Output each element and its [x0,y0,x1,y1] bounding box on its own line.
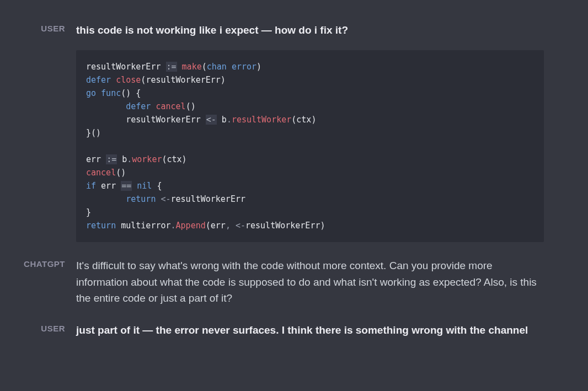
message-row-user-1: USER this code is not working like i exp… [0,22,544,242]
code-token [132,181,137,191]
code-token: resultWorkerErr [245,221,320,231]
code-token: return [86,221,116,231]
code-token: () [116,168,126,178]
code-token: := [166,62,177,72]
code-token: resultWorkerErr [171,194,245,204]
message-text: just part of it — the error never surfac… [76,322,544,338]
code-token: := [106,154,117,164]
speaker-label: CHATGPT [0,258,65,269]
code-token: ) [182,154,187,164]
code-token: <- [206,115,217,125]
message-text: It's difficult to say what's wrong with … [76,258,544,306]
code-token: multierror [116,221,170,231]
message-row-user-2: USER just part of it — the error never s… [0,322,544,338]
code-token: if [86,181,96,191]
code-token [86,101,126,111]
code-token: err [86,154,106,164]
code-token: b [117,154,127,164]
code-token: ctx [167,154,182,164]
code-token: <- [236,221,245,231]
code-token: () { [121,88,141,98]
code-token: resultWorkerErr [146,75,220,85]
code-token: defer [126,101,151,111]
code-token: return [126,194,156,204]
code-token: resultWorkerErr [86,62,166,72]
code-token [227,62,232,72]
code-token: nil [137,181,152,191]
code-token: == [121,181,132,191]
code-token: <- [161,194,170,204]
code-token: func [101,88,121,98]
message-content: It's difficult to say what's wrong with … [65,258,544,306]
code-token [86,194,126,204]
code-token [177,62,182,72]
code-token: err [96,181,121,191]
speaker-label: USER [0,22,65,33]
code-token: ) [311,115,316,125]
code-token: { [152,181,162,191]
code-block[interactable]: resultWorkerErr := make(chan error) defe… [76,50,544,242]
code-token: . [227,115,232,125]
code-token: . [171,221,176,231]
code-token: . [127,154,132,164]
code-token: , [226,221,231,231]
code-token: } [86,207,91,217]
code-token: () [186,101,196,111]
code-token: ( [206,221,211,231]
code-token: Append [176,221,206,231]
code-token: b [217,115,227,125]
code-token: defer [86,75,111,85]
code-token [96,88,101,98]
code-token: resultWorker [232,115,291,125]
code-token: make [182,62,202,72]
code-token: ctx [296,115,311,125]
code-token: }() [86,128,101,138]
code-token: err [211,221,226,231]
code-token: ( [291,115,296,125]
code-token: chan [207,62,227,72]
code-token [111,75,116,85]
code-token: worker [132,154,162,164]
message-row-assistant-1: CHATGPT It's difficult to say what's wro… [0,258,544,306]
code-token: ( [162,154,167,164]
code-token: cancel [86,168,116,178]
code-token: go [86,88,96,98]
code-token: ) [256,62,261,72]
code-token: ) [320,221,325,231]
code-token: ) [221,75,226,85]
code-token [231,221,236,231]
code-token: error [232,62,256,72]
code-token: ( [202,62,207,72]
message-text: this code is not working like i expect —… [76,22,544,38]
message-content: just part of it — the error never surfac… [65,322,544,338]
code-token: cancel [156,101,185,111]
speaker-label: USER [0,322,65,333]
code-token: close [116,75,141,85]
message-content: this code is not working like i expect —… [65,22,544,242]
code-token: resultWorkerErr [86,115,206,125]
